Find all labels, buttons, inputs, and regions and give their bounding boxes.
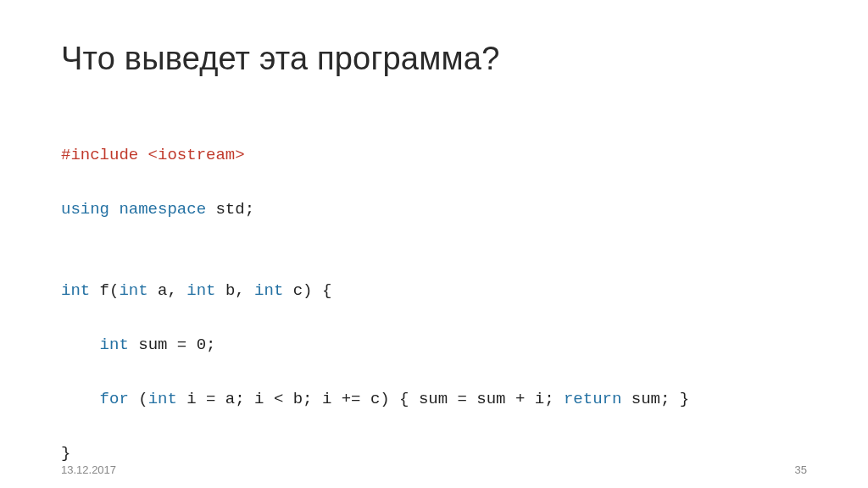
token-keyword: for [100, 390, 129, 408]
token-keyword: int [148, 390, 177, 408]
token-preproc: <iostream> [138, 146, 244, 164]
token-text: f( [90, 281, 119, 300]
code-block: #include <iostream> using namespace std;… [61, 114, 807, 488]
slide-title: Что выведет эта программа? [61, 41, 807, 77]
token-text: ( [129, 390, 148, 408]
code-line: int sum = 0; [61, 331, 807, 358]
token-text: c) { [283, 281, 331, 300]
code-line: using namespace std; [61, 196, 807, 223]
token-indent [61, 336, 100, 354]
token-text: b, [215, 281, 254, 300]
footer-date: 13.12.2017 [61, 463, 116, 476]
token-text: sum = 0; [129, 336, 216, 354]
slide-footer: 13.12.2017 35 [61, 463, 807, 476]
code-line: for (int i = a; i < b; i += c) { sum = s… [61, 385, 807, 413]
token-preproc: #include [61, 146, 138, 164]
token-text: std; [206, 200, 254, 219]
code-line: #include <iostream> [61, 141, 807, 169]
token-keyword: namespace [109, 200, 206, 219]
token-text: i = a; i < b; i += c) { sum = sum + i; [177, 390, 564, 408]
code-line: int f(int a, int b, int c) { [61, 277, 807, 304]
token-text: a, [148, 281, 187, 300]
token-keyword: return [564, 390, 621, 408]
token-keyword: int [61, 281, 90, 300]
token-keyword: using [61, 200, 109, 219]
token-keyword: int [186, 281, 215, 300]
token-text: sum; } [621, 390, 689, 408]
token-indent [61, 390, 100, 408]
token-keyword: int [119, 281, 147, 300]
token-keyword: int [254, 281, 283, 300]
footer-page-number: 35 [795, 463, 807, 476]
token-keyword: int [100, 336, 129, 354]
